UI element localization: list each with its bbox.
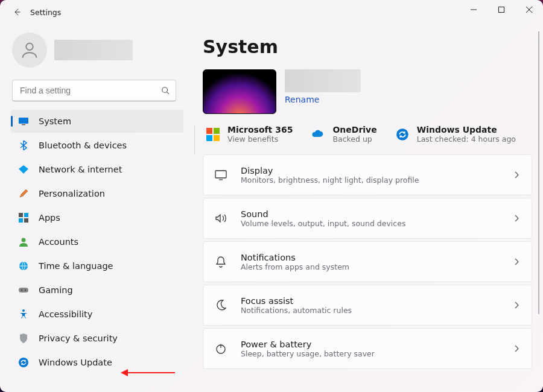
sidebar: System Bluetooth & devices Network & int… <box>4 24 188 392</box>
search-input[interactable] <box>19 85 156 96</box>
nav-label: System <box>39 116 71 126</box>
profile-name-redacted <box>54 40 133 60</box>
chevron-right-icon <box>512 171 521 179</box>
nav-bluetooth[interactable]: Bluetooth & devices <box>11 134 183 157</box>
bell-icon <box>214 255 227 268</box>
nav-label: Personalization <box>39 189 105 198</box>
card-title: Focus assist <box>241 296 352 306</box>
chip-title: Microsoft 365 <box>227 125 293 134</box>
accessibility-icon <box>18 309 29 320</box>
nav-personalization[interactable]: Personalization <box>11 182 183 205</box>
avatar <box>12 33 47 68</box>
svg-point-13 <box>21 289 22 291</box>
search-input-wrap[interactable] <box>12 80 176 101</box>
svg-point-17 <box>396 128 408 141</box>
card-sub: Volume levels, output, input, sound devi… <box>241 219 405 228</box>
page-heading: System <box>203 36 532 57</box>
nav-network[interactable]: Network & internet <box>11 158 183 181</box>
search-icon <box>161 86 170 95</box>
scrollbar[interactable] <box>537 31 541 385</box>
svg-rect-12 <box>19 288 28 292</box>
maximize-button[interactable] <box>487 0 515 19</box>
card-focus-assist[interactable]: Focus assist Notifications, automatic ru… <box>203 285 532 326</box>
status-chip-ms365[interactable]: Microsoft 365 View benefits <box>206 125 293 144</box>
chevron-right-icon <box>512 214 521 223</box>
nav-privacy[interactable]: Privacy & security <box>11 327 183 350</box>
card-notifications[interactable]: Notifications Alerts from apps and syste… <box>203 241 532 282</box>
nav-windows-update[interactable]: Windows Update <box>11 351 183 374</box>
device-summary: Rename <box>203 69 532 114</box>
content: System Bluetooth & devices Network & int… <box>0 24 543 392</box>
main-pane: System Rename Microsoft 365 View benefit… <box>188 24 543 392</box>
settings-window: Settings Syst <box>0 0 543 392</box>
nav-system[interactable]: System <box>11 110 183 133</box>
svg-rect-8 <box>19 218 23 223</box>
nav-label: Network & internet <box>39 165 122 174</box>
chip-title: Windows Update <box>417 125 516 134</box>
card-sub: Sleep, battery usage, battery saver <box>241 349 375 358</box>
card-title: Power & battery <box>241 340 375 349</box>
nav-label: Accessibility <box>39 309 92 319</box>
card-power-battery[interactable]: Power & battery Sleep, battery usage, ba… <box>203 328 532 369</box>
nav-label: Time & language <box>39 261 113 271</box>
svg-rect-7 <box>24 213 28 217</box>
minimize-button[interactable] <box>460 0 487 19</box>
status-chip-onedrive[interactable]: OneDrive Backed up <box>311 125 376 144</box>
titlebar: Settings <box>0 0 543 24</box>
nav-label: Apps <box>39 213 60 223</box>
status-chip-windows-update[interactable]: Windows Update Last checked: 4 hours ago <box>395 125 516 144</box>
svg-rect-9 <box>24 218 28 223</box>
profile-block[interactable] <box>4 30 185 76</box>
account-icon <box>18 236 29 247</box>
rename-link[interactable]: Rename <box>285 95 361 104</box>
back-button[interactable] <box>7 2 27 22</box>
svg-point-2 <box>162 87 168 93</box>
card-sub: Notifications, automatic rules <box>241 306 352 315</box>
brush-icon <box>18 188 29 199</box>
microsoft-logo-icon <box>206 127 220 142</box>
nav-label: Windows Update <box>39 358 112 367</box>
gaming-icon <box>18 285 29 296</box>
nav-label: Gaming <box>39 285 73 295</box>
apps-icon <box>18 212 29 223</box>
chevron-right-icon <box>512 301 521 309</box>
wifi-icon <box>18 164 29 175</box>
scrollbar-thumb[interactable] <box>538 31 539 314</box>
svg-point-1 <box>26 43 33 50</box>
display-icon <box>214 168 227 182</box>
window-controls <box>460 0 543 24</box>
card-sound[interactable]: Sound Volume levels, output, input, soun… <box>203 198 532 239</box>
device-info: Rename <box>285 69 361 104</box>
desktop-thumbnail[interactable] <box>203 69 276 114</box>
svg-point-15 <box>22 309 25 312</box>
nav-gaming[interactable]: Gaming <box>11 279 183 302</box>
card-sub: Monitors, brightness, night light, displ… <box>241 175 419 185</box>
nav-time-language[interactable]: Time & language <box>11 254 183 277</box>
chip-sub: Last checked: 4 hours ago <box>417 134 516 144</box>
bluetooth-icon <box>18 140 29 151</box>
card-title: Notifications <box>241 253 349 262</box>
close-button[interactable] <box>515 0 543 19</box>
svg-point-14 <box>25 289 26 291</box>
svg-rect-5 <box>22 124 25 125</box>
nav-accounts[interactable]: Accounts <box>11 230 183 253</box>
card-display[interactable]: Display Monitors, brightness, night ligh… <box>203 154 532 195</box>
nav-accessibility[interactable]: Accessibility <box>11 303 183 326</box>
svg-point-10 <box>22 238 26 242</box>
nav-label: Privacy & security <box>39 334 118 343</box>
svg-point-16 <box>19 358 28 367</box>
chip-title: OneDrive <box>332 125 376 134</box>
chevron-right-icon <box>512 258 521 266</box>
nav-label: Bluetooth & devices <box>39 141 127 150</box>
svg-rect-6 <box>19 213 23 217</box>
onedrive-icon <box>311 127 325 142</box>
chip-sub: Backed up <box>332 134 376 144</box>
update-icon <box>395 127 410 142</box>
shield-icon <box>18 333 29 344</box>
nav-apps[interactable]: Apps <box>11 206 183 229</box>
chevron-right-icon <box>512 344 521 353</box>
svg-rect-0 <box>499 7 504 13</box>
svg-rect-3 <box>19 118 28 124</box>
moon-icon <box>214 299 227 312</box>
card-title: Sound <box>241 209 405 219</box>
